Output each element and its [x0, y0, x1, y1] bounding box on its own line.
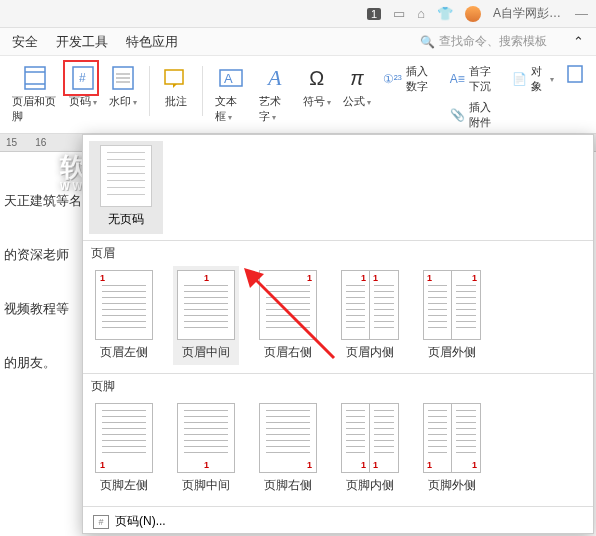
ruler-mark-15: 15	[6, 137, 17, 148]
insert-number-label: 插入数字	[406, 64, 438, 94]
search-box[interactable]: 🔍 查找命令、搜索模板	[420, 33, 547, 50]
footer-center-option[interactable]: 1 页脚中间	[173, 399, 239, 498]
annotate-label: 批注	[165, 94, 187, 109]
page-icon	[566, 64, 584, 86]
option-label: 页眉中间	[182, 344, 230, 361]
footer-right-option[interactable]: 1 页脚右侧	[255, 399, 321, 498]
pagenum-dialog-icon: #	[93, 515, 109, 529]
footer-section-label: 页脚	[91, 378, 585, 395]
symbol-button[interactable]: Ω 符号▾	[299, 62, 335, 111]
header-left-option[interactable]: 1 页眉左侧	[91, 266, 157, 365]
tab-dev-tools[interactable]: 开发工具	[56, 33, 108, 51]
header-footer-label: 页眉和页脚	[12, 94, 57, 124]
header-footer-button[interactable]: 页眉和页脚	[8, 62, 61, 126]
symbol-icon: Ω	[303, 64, 331, 92]
chevron-down-icon: ▾	[133, 98, 137, 107]
search-placeholder: 查找命令、搜索模板	[439, 33, 547, 50]
number-icon: ①²³	[383, 72, 402, 86]
chevron-down-icon: ▾	[367, 98, 371, 107]
footer-inside-option[interactable]: 11 页脚内侧	[337, 399, 403, 498]
object-icon: 📄	[512, 72, 527, 86]
collapse-ribbon-icon[interactable]: ⌃	[573, 34, 584, 49]
tab-security[interactable]: 安全	[12, 33, 38, 51]
doc-line: 视频教程等	[4, 300, 86, 318]
thumb-icon: 1	[259, 403, 317, 473]
titlebar: 1 ▭ ⌂ 👕 A自学网彭老... —	[0, 0, 596, 28]
ruler-mark-16: 16	[35, 137, 46, 148]
doc-line: 天正建筑等名	[4, 192, 86, 210]
thumb-icon: 1	[259, 270, 317, 340]
option-label: 页眉右侧	[264, 344, 312, 361]
symbol-label: 符号	[303, 95, 325, 107]
annotate-icon	[162, 64, 190, 92]
svg-rect-9	[165, 70, 183, 84]
thumb-icon: 11	[341, 270, 399, 340]
svg-rect-0	[25, 67, 45, 89]
dropcap-button[interactable]: A≡ 首字下沉	[446, 62, 504, 96]
page-number-dropdown: 无页码 页眉 1 页眉左侧 1 页眉中间 1 页眉右侧 11 页眉内侧 11	[82, 134, 594, 534]
wordart-button[interactable]: A 艺术字▾	[255, 62, 295, 126]
footer-left-option[interactable]: 1 页脚左侧	[91, 399, 157, 498]
chevron-down-icon: ▾	[228, 113, 232, 122]
tab-special[interactable]: 特色应用	[126, 33, 178, 51]
avatar[interactable]	[465, 6, 481, 22]
formula-button[interactable]: π 公式▾	[339, 62, 375, 111]
header-right-option[interactable]: 1 页眉右侧	[255, 266, 321, 365]
formula-label: 公式	[343, 95, 365, 107]
thumb-icon: 1	[95, 403, 153, 473]
attachment-label: 插入附件	[469, 100, 500, 130]
formula-icon: π	[343, 64, 371, 92]
header-footer-icon	[21, 64, 49, 92]
option-label: 页脚外侧	[428, 477, 476, 494]
attachment-button[interactable]: 📎 插入附件	[446, 98, 504, 132]
dropcap-label: 首字下沉	[469, 64, 500, 94]
header-outside-option[interactable]: 11 页眉外侧	[419, 266, 485, 365]
chevron-down-icon: ▾	[327, 98, 331, 107]
option-label: 页眉外侧	[428, 344, 476, 361]
shirt-icon[interactable]: 👕	[437, 6, 453, 21]
no-pagenum-label: 无页码	[108, 212, 144, 226]
option-label: 页眉左侧	[100, 344, 148, 361]
pagenum-dialog-label: 页码(N)...	[115, 513, 166, 530]
document-body: 天正建筑等名 的资深老师 视频教程等 的朋友。	[0, 152, 90, 412]
attachment-icon: 📎	[450, 108, 465, 122]
doc-line: 的资深老师	[4, 246, 86, 264]
chevron-down-icon: ▾	[272, 113, 276, 122]
thumb-icon: 11	[423, 403, 481, 473]
no-pagenum-thumb	[100, 145, 152, 207]
page-number-menu-item[interactable]: # 页码(N)...	[83, 506, 593, 536]
watermark-button[interactable]: 水印▾	[105, 62, 141, 111]
footer-section: 页脚 1 页脚左侧 1 页脚中间 1 页脚右侧 11 页脚内侧 11 页脚外侧	[83, 373, 593, 506]
header-center-option[interactable]: 1 页眉中间	[173, 266, 239, 365]
object-label: 对象	[531, 64, 544, 94]
page-number-label: 页码	[69, 95, 91, 107]
thumb-icon: 11	[423, 270, 481, 340]
option-label: 页脚左侧	[100, 477, 148, 494]
object-button[interactable]: 📄 对象▾	[508, 62, 558, 96]
chevron-down-icon: ▾	[93, 98, 97, 107]
option-label: 页脚右侧	[264, 477, 312, 494]
wordart-icon: A	[261, 64, 289, 92]
thumb-icon: 1	[95, 270, 153, 340]
page-number-button[interactable]: # 页码▾	[65, 62, 101, 111]
more-button[interactable]	[562, 62, 588, 88]
textbox-label: 文本框	[215, 95, 237, 122]
footer-outside-option[interactable]: 11 页脚外侧	[419, 399, 485, 498]
textbox-button[interactable]: A 文本框▾	[211, 62, 251, 126]
annotate-button[interactable]: 批注	[158, 62, 194, 111]
svg-text:A: A	[224, 71, 233, 86]
doc-line: 的朋友。	[4, 354, 86, 372]
insert-number-button[interactable]: ①²³ 插入数字	[379, 62, 442, 96]
doc-count-badge: 1	[367, 8, 381, 20]
user-name[interactable]: A自学网彭老...	[493, 5, 563, 22]
header-section-label: 页眉	[91, 245, 585, 262]
header-inside-option[interactable]: 11 页眉内侧	[337, 266, 403, 365]
svg-text:#: #	[79, 71, 86, 85]
header-section: 页眉 1 页眉左侧 1 页眉中间 1 页眉右侧 11 页眉内侧 11 页眉外侧	[83, 240, 593, 373]
minimize-icon[interactable]: —	[575, 6, 588, 21]
no-page-number-option[interactable]: 无页码	[89, 141, 163, 234]
search-icon: 🔍	[420, 35, 435, 49]
cloud-icon[interactable]: ⌂	[417, 6, 425, 21]
option-label: 页脚内侧	[346, 477, 394, 494]
save-icon[interactable]: ▭	[393, 6, 405, 21]
